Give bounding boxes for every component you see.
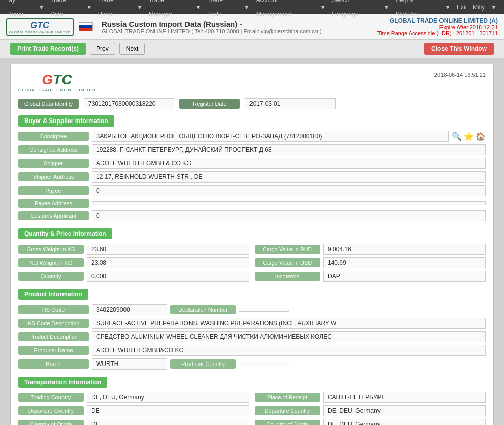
trading-country-col: Trading Country DE, DEU, Germany (18, 392, 249, 403)
payee-label: Payee (18, 186, 89, 195)
nav-trade-portal[interactable]: Trade Portal (95, 0, 134, 21)
product-desc-row: Product Description СРЕДСТВО ALUMINIUM W… (18, 331, 486, 342)
gross-weight-label: Gross Weight in KG (18, 245, 84, 254)
hs-code-value: 3402209000 (92, 304, 167, 315)
customs-applicant-label: Customs Applicant (18, 211, 89, 220)
register-date-value: 2017-03-01 (245, 98, 336, 109)
place-receipt-label: Place of Receipt (255, 393, 320, 402)
payee-value: 0 (92, 185, 486, 196)
nav-account-management[interactable]: Account Management (253, 0, 317, 21)
home-icon[interactable]: 🏠 (476, 132, 486, 141)
quantity-label: Quantity (18, 272, 84, 281)
logo-subtitle: GLOBAL TRADE ONLINE LIMITED (9, 31, 71, 34)
cargo-usd-value: 140.69 (323, 257, 486, 268)
hs-code-row: HS Code 3402209000 Declaration Number (18, 304, 486, 315)
customs-applicant-row: Customs Applicant 0 (18, 210, 486, 221)
country-origin-left-col: Country of Origin DE (18, 419, 249, 425)
cargo-usd-col: Cargo Value in USD 140.69 (255, 257, 486, 268)
place-receipt-value: САНКТ-ПЕТЕРБУРГ (323, 392, 486, 403)
star-icon[interactable]: ⭐ (464, 132, 474, 141)
departure-country-right-label: Departure Country (255, 406, 320, 415)
shipper-label: Shipper (18, 159, 89, 168)
incoterms-col: Incoterms DAP (255, 271, 486, 282)
gtc-logo: GTC GLOBAL TRADE ONLINE LIMITED (6, 18, 74, 36)
trading-country-row: Trading Country DE, DEU, Germany Place o… (18, 392, 486, 403)
brand-row: Brand WURTH Producer Country (18, 358, 486, 370)
cargo-rub-value: 9,004.16 (323, 244, 486, 255)
cargo-rub-label: Cargo Value in RUB (255, 245, 320, 254)
close-button[interactable]: Close This Window (424, 43, 494, 55)
hs-code-desc-value: SURFACE-ACTIVE PREPARATIONS, WASHING PRE… (92, 318, 486, 329)
declaration-number-label: Declaration Number (170, 305, 236, 314)
brand-label: Brand (18, 359, 89, 369)
net-weight-row: Net Weight in KG 23.08 Cargo Value in US… (18, 257, 486, 268)
navbar: My Home ▼ Trade Data ▼ Trade Portal ▼ Tr… (0, 0, 504, 14)
buyer-supplier-section: Buyer & Supplier Information Consignee З… (18, 115, 486, 221)
gross-weight-row: Gross Weight in KG 23.60 Cargo Value in … (18, 244, 486, 255)
user-name[interactable]: Milly (470, 0, 488, 14)
shipper-address-label: Shipper Address (18, 172, 89, 181)
consignee-address-label: Consignee Address (18, 145, 89, 154)
shipper-value: ADOLF WUERTH GMBH & CO KG (92, 158, 486, 169)
quantity-col: Quantity 0.000 (18, 271, 249, 282)
producer-country-value (239, 362, 289, 366)
country-origin-left-label: Country of Origin (18, 420, 84, 425)
time-range: Time Range Accessible (LDR) : 201201 - 2… (377, 30, 498, 36)
departure-country-left-value: DE (87, 405, 249, 416)
gross-weight-col: Gross Weight in KG 23.60 (18, 244, 249, 255)
record-card: GTC GLOBAL TRADE ONLINE LIMITED 2018-06-… (10, 64, 494, 425)
company-line: GLOBAL TRADE ONLINE LIMITED ( Tel: 400-7… (102, 28, 372, 34)
producer-name-row: Producer Name ADOLF WURTH GMBH&CO.KG (18, 345, 486, 356)
consignee-row: Consignee ЗАКРЫТОЕ АКЦИОНЕРНОЕ ОБЩЕСТВО … (18, 131, 486, 142)
nav-exit[interactable]: Exit (454, 0, 470, 14)
consignee-icons: 🔍 ⭐ 🏠 (452, 132, 486, 141)
country-origin-right-label: Country of Origin (255, 420, 320, 425)
top-right-info: GLOBAL TRADE ONLINE LIMITED (A) Expire A… (377, 17, 498, 36)
global-data-identity-label: Global Data Identity (18, 99, 79, 109)
payee-row: Payee 0 (18, 185, 486, 196)
record-logo-subtitle: GLOBAL TRADE ONLINE LIMITED (18, 88, 96, 92)
page-title: Russia Custom Import Data (Russian) - (102, 20, 372, 28)
nav-trade-tools[interactable]: Trade Tools (204, 0, 241, 21)
shipper-address-value: 12-17, REINHOLD-WUERTH-STR., DE (92, 171, 486, 183)
quantity-row: Quantity 0.000 Incoterms DAP (18, 271, 486, 282)
prev-button[interactable]: Prev (90, 43, 115, 55)
nav-switch-language[interactable]: Switch Language (329, 0, 380, 21)
flag-separator: - (95, 23, 97, 30)
transportation-section: Transportation Information Trading Count… (18, 377, 486, 425)
producer-name-label: Producer Name (18, 346, 89, 355)
flag-area: - (79, 22, 97, 31)
country-origin-right-col: Country of Origin DE, DEU, Germany (255, 419, 486, 425)
hs-code-label: HS Code (18, 305, 89, 314)
departure-country-row: Departure Country DE Departure Country D… (18, 405, 486, 416)
russia-flag (79, 22, 93, 31)
quantity-price-section: Quantity & Price Information Gross Weigh… (18, 228, 486, 282)
cargo-usd-label: Cargo Value in USD (255, 258, 320, 267)
print-button[interactable]: Print Trade Record(s) (10, 43, 86, 55)
hs-code-desc-label: HS Code Description (18, 319, 89, 328)
product-section: Product Information HS Code 3402209000 D… (18, 289, 486, 370)
payee-address-row: Payee Address (18, 199, 486, 208)
payee-address-value (92, 201, 486, 205)
product-header: Product Information (18, 289, 88, 300)
next-button[interactable]: Next (119, 43, 145, 55)
shipper-row: Shipper ADOLF WUERTH GMBH & CO KG (18, 158, 486, 169)
main-content: GTC GLOBAL TRADE ONLINE LIMITED 2018-06-… (0, 58, 504, 425)
global-data-identity-value: 73012017030000318220 (84, 98, 174, 109)
net-weight-label: Net Weight in KG (18, 258, 84, 267)
search-icon[interactable]: 🔍 (452, 132, 462, 141)
declaration-number-value (239, 308, 289, 312)
departure-country-left-label: Departure Country (18, 406, 84, 415)
expire-label: Expire After 2018-12-31 (377, 24, 498, 30)
incoterms-label: Incoterms (255, 272, 320, 281)
country-origin-right-value: DE, DEU, Germany (323, 419, 486, 425)
consignee-address-value: 192288, Г, САНКТ-ПЕТЕРБУРГ, ДУНАЙСКИЙ ПР… (92, 144, 486, 155)
incoterms-value: DAP (323, 271, 486, 282)
consignee-value: ЗАКРЫТОЕ АКЦИОНЕРНОЕ ОБЩЕСТВО ВЮРТ-СЕВЕР… (92, 131, 449, 142)
logo-area: GTC GLOBAL TRADE ONLINE LIMITED (6, 18, 74, 36)
nav-trade-manager[interactable]: Trade Manager (146, 0, 192, 21)
shipper-address-row: Shipper Address 12-17, REINHOLD-WUERTH-S… (18, 171, 486, 183)
consignee-label: Consignee (18, 132, 89, 141)
brand-value: WURTH (92, 358, 167, 370)
customs-applicant-value: 0 (92, 210, 486, 221)
